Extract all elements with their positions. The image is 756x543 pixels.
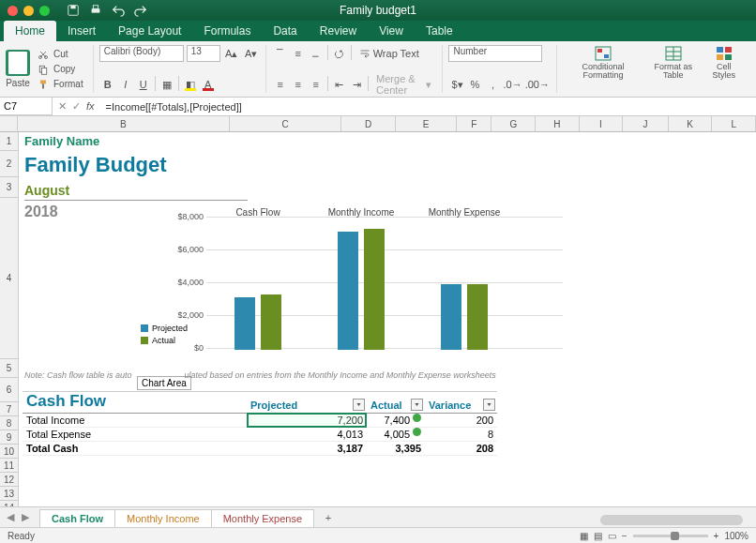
decrease-indent-button[interactable]: ⇤ <box>330 76 347 93</box>
cell-variance[interactable]: 200 <box>425 414 497 427</box>
col-header-K[interactable]: K <box>669 116 713 131</box>
ribbon-tab-insert[interactable]: Insert <box>56 21 107 41</box>
col-header-L[interactable]: L <box>712 116 756 131</box>
row-header-4[interactable]: 4 <box>0 198 18 359</box>
col-header-B[interactable]: B <box>18 116 230 131</box>
comma-button[interactable]: , <box>484 76 501 93</box>
ribbon-tab-data[interactable]: Data <box>262 21 308 41</box>
cell-actual[interactable]: 7,400 <box>367 414 425 427</box>
sheet-tab-expense[interactable]: Monthly Expense <box>211 509 314 527</box>
align-top-button[interactable]: ⎺ <box>272 45 289 62</box>
row-header-6[interactable]: 6 <box>0 378 18 402</box>
decrease-decimal-button[interactable]: .00→ <box>524 76 551 93</box>
font-size-select[interactable]: 13 <box>187 45 220 62</box>
col-projected[interactable]: Projected <box>247 392 367 413</box>
cell-projected[interactable]: 4,013 <box>247 428 367 441</box>
cell-actual[interactable]: 4,005 <box>367 428 425 441</box>
ribbon-tab-table[interactable]: Table <box>415 21 464 41</box>
zoom-out-button[interactable]: − <box>622 531 627 541</box>
ribbon-tab-page-layout[interactable]: Page Layout <box>107 21 192 41</box>
add-sheet-button[interactable]: + <box>319 512 338 523</box>
undo-icon[interactable] <box>112 4 125 17</box>
filter-icon[interactable] <box>353 399 365 411</box>
row-header-13[interactable]: 13 <box>0 487 18 501</box>
row-header-3[interactable]: 3 <box>0 177 18 198</box>
ribbon-tab-review[interactable]: Review <box>309 21 368 41</box>
filter-icon[interactable] <box>411 399 423 411</box>
fill-color-button[interactable]: ◧ <box>182 76 199 93</box>
sheet-tab-cashflow[interactable]: Cash Flow <box>39 509 115 528</box>
merge-center-button[interactable]: Merge & Center ▾ <box>371 76 436 93</box>
increase-font-button[interactable]: A▴ <box>223 45 240 62</box>
ribbon-tab-formulas[interactable]: Formulas <box>192 21 262 41</box>
format-as-table-button[interactable]: Format as Table <box>643 45 703 93</box>
col-header-E[interactable]: E <box>396 116 457 131</box>
cell-variance[interactable]: 208 <box>425 442 497 455</box>
zoom-in-button[interactable]: + <box>714 531 719 541</box>
formula-input[interactable]: =Income[[#Totals],[Projected]] <box>100 101 756 113</box>
align-middle-button[interactable]: ≡ <box>290 45 307 62</box>
increase-indent-button[interactable]: ⇥ <box>348 76 365 93</box>
view-layout-icon[interactable]: ▤ <box>594 531 602 541</box>
align-center-button[interactable]: ≡ <box>290 76 307 93</box>
number-format-select[interactable]: Number <box>448 45 542 62</box>
percent-button[interactable]: % <box>466 76 483 93</box>
font-name-select[interactable]: Calibri (Body) <box>99 45 184 62</box>
horizontal-scrollbar[interactable] <box>587 513 756 527</box>
view-normal-icon[interactable]: ▦ <box>580 531 588 541</box>
italic-button[interactable]: I <box>117 76 134 93</box>
name-box[interactable]: C7 <box>0 98 53 115</box>
bold-button[interactable]: B <box>99 76 116 93</box>
conditional-formatting-button[interactable]: Conditional Formatting <box>563 45 643 93</box>
row-header-8[interactable]: 8 <box>0 416 18 430</box>
worksheet-grid[interactable]: 1234567891011121314 Family Name Family B… <box>0 132 756 507</box>
col-header-I[interactable]: I <box>580 116 624 131</box>
save-icon[interactable] <box>67 4 80 17</box>
font-color-button[interactable]: A <box>200 76 217 93</box>
paste-button[interactable]: Paste <box>6 50 30 88</box>
maximize-icon[interactable] <box>39 6 50 16</box>
row-header-7[interactable]: 7 <box>0 402 18 416</box>
ribbon-tab-view[interactable]: View <box>368 21 415 41</box>
fx-icon[interactable]: fx <box>86 100 95 113</box>
copy-button[interactable]: Copy <box>36 62 87 76</box>
border-button[interactable]: ▦ <box>159 76 175 93</box>
cells-area[interactable]: Family Name Family Budget August 2018 Pr… <box>19 132 756 507</box>
col-header-J[interactable]: J <box>623 116 668 131</box>
sheet-next-icon[interactable]: ▶ <box>19 511 32 523</box>
align-bottom-button[interactable]: ⎽ <box>308 45 325 62</box>
underline-button[interactable]: U <box>135 76 152 93</box>
cell-styles-button[interactable]: Cell Styles <box>703 45 745 93</box>
view-break-icon[interactable]: ▭ <box>608 531 616 541</box>
row-header-11[interactable]: 11 <box>0 459 18 473</box>
row-header-10[interactable]: 10 <box>0 445 18 459</box>
cell-projected[interactable]: 3,187 <box>247 442 367 455</box>
cut-button[interactable]: Cut <box>36 47 87 61</box>
col-header-H[interactable]: H <box>536 116 580 131</box>
filter-icon[interactable] <box>483 399 495 411</box>
select-all-corner[interactable] <box>0 116 18 131</box>
sheet-prev-icon[interactable]: ◀ <box>4 511 17 523</box>
align-right-button[interactable]: ≡ <box>308 76 325 93</box>
print-icon[interactable] <box>89 4 102 17</box>
row-header-12[interactable]: 12 <box>0 473 18 487</box>
format-painter-button[interactable]: Format <box>36 77 87 91</box>
row-header-1[interactable]: 1 <box>0 132 18 151</box>
wrap-text-button[interactable]: Wrap Text <box>355 45 424 62</box>
increase-decimal-button[interactable]: .0→ <box>502 76 522 93</box>
redo-icon[interactable] <box>134 4 147 17</box>
ribbon-tab-home[interactable]: Home <box>4 21 56 41</box>
minimize-icon[interactable] <box>23 6 34 16</box>
currency-button[interactable]: $▾ <box>448 76 465 93</box>
close-icon[interactable] <box>8 6 18 16</box>
col-header-F[interactable]: F <box>457 116 491 131</box>
enter-formula-icon[interactable]: ✓ <box>72 100 81 113</box>
row-header-2[interactable]: 2 <box>0 151 18 177</box>
cell-actual[interactable]: 3,395 <box>367 442 425 455</box>
cancel-formula-icon[interactable]: ✕ <box>58 100 67 113</box>
col-variance[interactable]: Variance <box>425 392 497 413</box>
col-header-C[interactable]: C <box>230 116 341 131</box>
row-header-5[interactable]: 5 <box>0 359 18 378</box>
align-left-button[interactable]: ≡ <box>272 76 289 93</box>
orientation-button[interactable]: ⭯ <box>331 45 348 62</box>
